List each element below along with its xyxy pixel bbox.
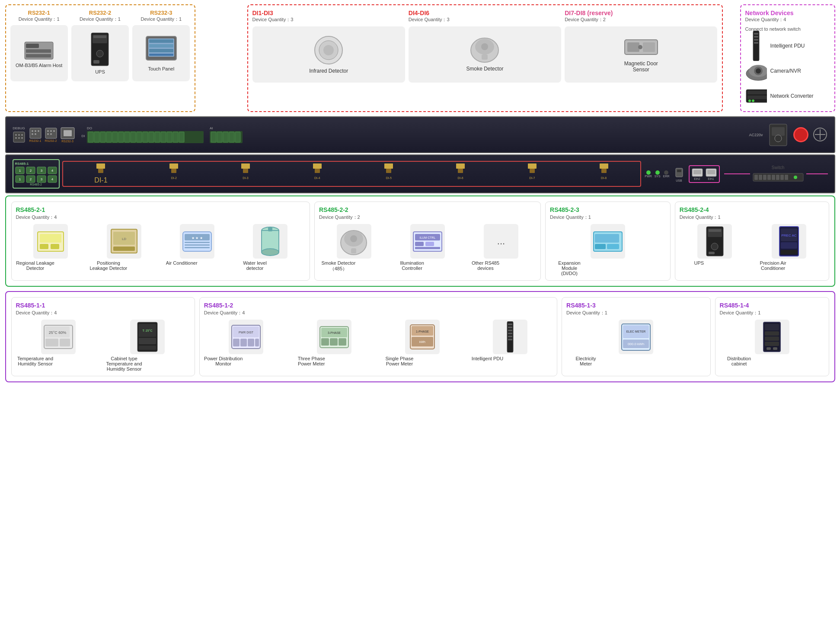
ac-label: AC220v	[749, 133, 763, 137]
di-5-connector	[383, 163, 394, 176]
distribution-cabinet-label: Distributioncabinet	[720, 356, 759, 366]
ups-2-icon	[705, 226, 725, 257]
rs485-2-section: RS485-2-1 Device Quantity：4	[5, 195, 835, 287]
infrared-detector-icon	[313, 35, 344, 65]
illumination-device: ILUM CTRL IlluminationController	[393, 224, 463, 272]
di-4-connector	[312, 163, 323, 176]
svg-rect-131	[754, 175, 758, 180]
svg-rect-112	[241, 163, 250, 169]
grounding-icon	[813, 127, 828, 142]
svg-rect-78	[179, 132, 184, 142]
svg-rect-81	[211, 132, 216, 142]
svg-rect-30	[754, 42, 758, 44]
eth1-port: Eth1	[705, 168, 717, 180]
rs485-1-terminal-2: 2	[26, 167, 35, 174]
svg-point-160	[350, 235, 357, 242]
di-1-connector	[96, 163, 106, 176]
spacer2	[727, 4, 736, 112]
di-group-1: DI1-DI3 Device Quantity：3 Infrared Detec…	[252, 10, 405, 83]
svg-rect-110	[169, 163, 178, 169]
svg-text:1-PHASE: 1-PHASE	[416, 330, 429, 333]
svg-rect-202	[321, 338, 329, 346]
temp-humidity-device: 25°C 60% Temperature andHumidity Sensor	[16, 320, 102, 372]
svg-rect-64	[94, 132, 99, 142]
svg-rect-36	[747, 91, 767, 94]
smoke-485-label: Smoke Detector（485）	[319, 260, 358, 272]
svg-rect-113	[243, 169, 248, 173]
other-rs485-dots: ...	[497, 237, 505, 246]
svg-point-20	[481, 43, 488, 50]
rs232-3-label: Touch Panel	[148, 66, 175, 71]
pwr-led-label: PWR	[645, 175, 652, 178]
rs485-2-1-title: RS485-2-1	[16, 206, 305, 213]
svg-rect-14	[149, 54, 173, 56]
three-phase-device: 3-PHASE Three PhasePower Meter	[292, 320, 377, 366]
three-phase-label: Three PhasePower Meter	[292, 356, 331, 366]
rs485-1-1-qty: Device Quantity：4	[16, 310, 190, 316]
expansion-module-device: Expansion Module(DI/DO)	[550, 224, 666, 276]
other-rs485-label: Other RS485 devices	[466, 260, 505, 271]
di-port-1: DI-1	[94, 163, 107, 184]
network-camera-img	[745, 60, 767, 82]
rs485-1-1-title: RS485-1-1	[16, 302, 190, 309]
svg-text:LD: LD	[121, 237, 126, 241]
svg-text:ELEC METER: ELEC METER	[626, 330, 646, 333]
single-phase-power-meter-icon: 1-PHASE kWh	[409, 324, 435, 350]
svg-rect-125	[677, 170, 681, 172]
expansion-module-icon	[593, 230, 623, 253]
distribution-cabinet-icon	[762, 321, 782, 352]
svg-text:ILUM CTRL: ILUM CTRL	[420, 236, 436, 239]
svg-point-44	[15, 137, 17, 139]
do-terminal-icon: DO	[87, 125, 208, 144]
smoke-485-img	[337, 224, 371, 259]
rs485-1-port-1: 1	[15, 167, 25, 174]
svg-text:T: 25°C: T: 25°C	[142, 329, 152, 332]
svg-rect-63	[88, 132, 93, 142]
svg-rect-87	[772, 127, 785, 136]
rs485-2-3-group: RS485-2-3 Device Quantity：1	[545, 202, 671, 281]
svg-rect-198	[255, 339, 259, 346]
temp-humidity-label: Temperature andHumidity Sensor	[16, 356, 55, 366]
svg-rect-138	[785, 175, 788, 180]
power-distribution-monitor-icon: PWR DIST	[231, 324, 261, 350]
rs485-2-inner: RS485-2-1 Device Quantity：4	[11, 202, 829, 281]
svg-rect-212	[508, 327, 512, 328]
usb-port: USB	[675, 166, 683, 182]
terminal-block-ai: AI	[210, 125, 244, 144]
svg-rect-77	[173, 132, 178, 142]
svg-rect-137	[780, 175, 784, 180]
svg-rect-165	[415, 242, 424, 246]
rs485-2-4-devices: UPS PREC AC	[680, 224, 824, 271]
svg-rect-82	[217, 132, 222, 142]
svg-rect-214	[508, 333, 512, 334]
rs485-1-3-title: RS485-1-3	[566, 302, 706, 309]
rack-top-unit: DEBUG	[5, 116, 835, 153]
svg-rect-171	[607, 244, 619, 249]
rs485-1-2-devices: PWR DIST Power DistributionMonitor	[204, 320, 553, 366]
rs485-1-2-title: RS485-1-2	[204, 302, 553, 309]
svg-rect-197	[248, 339, 254, 346]
svg-rect-85	[235, 132, 240, 142]
svg-rect-142	[40, 244, 48, 249]
svg-text:3-PHASE: 3-PHASE	[328, 331, 341, 334]
ups-2-img	[697, 224, 732, 259]
di-group2-label: Smoke Detector	[466, 66, 503, 72]
rs485-2-4-group: RS485-2-4 Device Quantity：1	[675, 202, 829, 281]
svg-rect-71	[137, 132, 142, 142]
illumination-controller-icon: ILUM CTRL	[412, 230, 443, 253]
magnetic-door-sensor-icon	[624, 36, 658, 58]
power-dist-label: Power DistributionMonitor	[204, 356, 243, 366]
network-converter-icon	[745, 88, 767, 104]
svg-rect-133	[763, 175, 767, 180]
svg-rect-203	[330, 338, 338, 346]
cabinet-temp-device: T: 25°C Cabinet typeTemperature andHumid…	[105, 320, 190, 372]
rs485-2-4-qty: Device Quantity：1	[680, 214, 824, 221]
svg-rect-223	[765, 324, 779, 330]
rs485-1-4-qty: Device Quantity：1	[720, 310, 824, 316]
rs485-2-2-qty: Device Quantity：2	[319, 214, 536, 221]
cabinet-temp-img: T: 25°C	[130, 320, 165, 354]
svg-text:3: 3	[40, 177, 42, 181]
power-button[interactable]	[793, 127, 808, 142]
rs485-1-terminal-4: 4	[48, 167, 57, 174]
usb-port-icon	[675, 166, 683, 179]
